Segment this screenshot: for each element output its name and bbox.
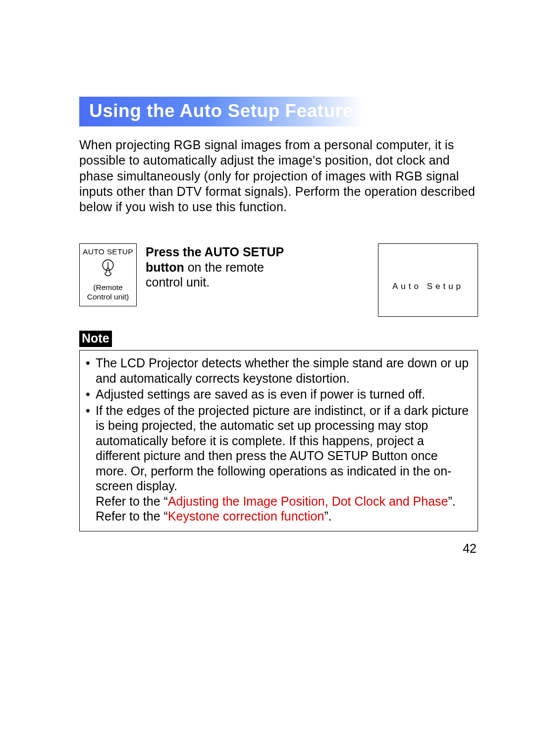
osd-text: Auto Setup: [378, 282, 478, 291]
ref-prefix: Refer to the “: [96, 494, 168, 508]
remote-control-figure: AUTO SETUP (Remote Control unit): [79, 243, 137, 306]
section-title: Using the Auto Setup Feature: [79, 97, 363, 126]
press-button-icon: [99, 259, 117, 279]
note-box: • The LCD Projector detects whether the …: [79, 350, 478, 531]
remote-caption-line1: (Remote: [81, 283, 135, 292]
intro-paragraph: When projecting RGB signal images from a…: [79, 137, 478, 215]
note-item: • Adjusted settings are saved as is even…: [86, 387, 472, 402]
manual-page: Using the Auto Setup Feature When projec…: [0, 0, 535, 756]
note-text: If the edges of the projected picture ar…: [96, 403, 472, 524]
cross-reference-link[interactable]: Adjusting the Image Position, Dot Clock …: [168, 494, 448, 508]
instruction-text: Press the AUTO SETUP button on the remot…: [146, 243, 299, 290]
note-text: The LCD Projector detects whether the si…: [96, 355, 472, 386]
note-text: Adjusted settings are saved as is even i…: [96, 387, 472, 402]
bullet-icon: •: [86, 387, 96, 402]
note-heading: Note: [79, 331, 112, 347]
cross-reference-link[interactable]: Keystone correction function: [168, 509, 324, 523]
ref-suffix: ”.: [324, 509, 331, 523]
note-item: • If the edges of the projected picture …: [86, 403, 472, 524]
note-text-main: If the edges of the projected picture ar…: [96, 404, 469, 493]
ref-suffix: ”.: [448, 494, 456, 508]
page-number: 42: [463, 541, 477, 556]
remote-caption-line2: Control unit): [81, 292, 135, 301]
remote-button-label: AUTO SETUP: [81, 247, 135, 256]
note-item: • The LCD Projector detects whether the …: [86, 355, 472, 386]
ref-prefix: Refer to the “: [96, 509, 168, 523]
bullet-icon: •: [86, 355, 96, 386]
instruction-row: AUTO SETUP (Remote Control unit) Press t…: [79, 243, 478, 317]
osd-preview-box: Auto Setup: [378, 243, 478, 317]
bullet-icon: •: [86, 403, 96, 524]
